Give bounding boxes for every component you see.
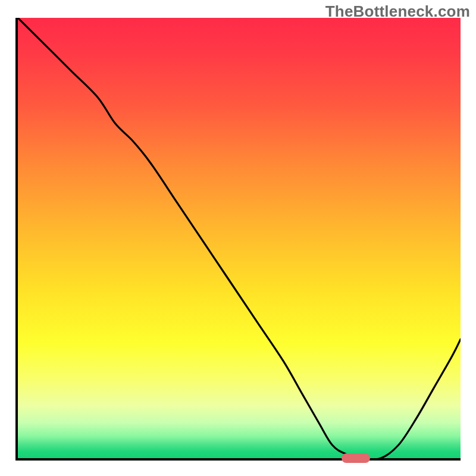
plot-area bbox=[15, 18, 461, 461]
bottleneck-curve bbox=[18, 18, 461, 458]
bottleneck-chart: TheBottleneck.com bbox=[0, 0, 476, 476]
optimal-marker bbox=[342, 453, 370, 463]
